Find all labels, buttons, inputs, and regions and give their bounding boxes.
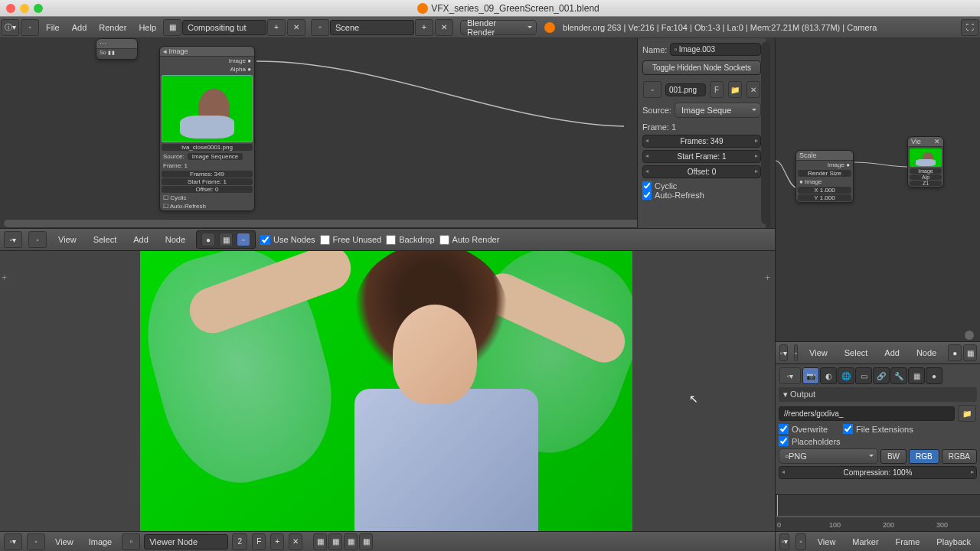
scale-x-field[interactable]: X 1.000	[798, 187, 851, 194]
offset-field[interactable]: Offset: 0	[162, 186, 253, 193]
menu-playback[interactable]: Playback	[930, 532, 977, 551]
timeline[interactable]: 0 100 200 300	[776, 494, 980, 531]
editor-type-node-2[interactable]: ▫▾	[779, 344, 788, 361]
editor-type-node[interactable]: ▫▾	[4, 231, 22, 248]
menu-node[interactable]: Node	[159, 229, 191, 250]
scale-node-header[interactable]: Scale	[796, 151, 853, 161]
tree-type-icon[interactable]: ●	[948, 344, 962, 361]
display-z-icon[interactable]: ▦	[359, 533, 373, 550]
scale-image-input[interactable]: ● Image	[796, 178, 853, 186]
menu-marker[interactable]: Marker	[846, 532, 884, 551]
source-dropdown[interactable]: Image Sequence	[188, 153, 243, 160]
source-dropdown[interactable]: Image Seque	[675, 103, 761, 118]
output-panel-header[interactable]: ▾ Output	[779, 387, 977, 402]
zoom-window[interactable]	[34, 4, 43, 13]
viewer-node[interactable]: Vie✕ Image Alp Z1	[907, 136, 944, 187]
close-window[interactable]	[6, 4, 15, 13]
world-tab-icon[interactable]: 🌐	[838, 367, 854, 384]
add-layout[interactable]: +	[267, 19, 286, 36]
add-scene[interactable]: +	[415, 19, 433, 36]
start-frame-number[interactable]: Start Frame: 1	[642, 150, 761, 163]
fullscreen-toggle[interactable]: ⛶	[961, 19, 979, 36]
frames-field[interactable]: Frames: 349	[162, 171, 253, 178]
bw-button[interactable]: BW	[880, 449, 906, 464]
menu-node[interactable]: Node	[910, 342, 942, 364]
start-frame-field[interactable]: Start Frame: 1	[162, 178, 253, 185]
scroll-dot[interactable]	[965, 331, 974, 340]
panel-expand-right[interactable]: +	[765, 272, 770, 283]
menu-view[interactable]: View	[52, 229, 83, 250]
image-file-field[interactable]: iva_close0001.png	[162, 144, 253, 151]
scale-y-field[interactable]: Y 1.000	[798, 194, 851, 201]
collapse-menus[interactable]: ◦	[794, 344, 799, 361]
compression-slider[interactable]: Compression: 100%	[779, 466, 977, 479]
viewer-image-input[interactable]: Image	[910, 168, 942, 174]
offset-number[interactable]: Offset: 0	[642, 165, 761, 178]
object-tab-icon[interactable]: ▭	[855, 367, 872, 384]
menu-add[interactable]: Add	[878, 342, 906, 364]
scene-field[interactable]: Scene	[330, 20, 414, 35]
scale-image-output[interactable]: Image ●	[796, 161, 853, 169]
material-tab-icon[interactable]: ●	[926, 367, 942, 384]
use-nodes-checkbox[interactable]: Use Nodes	[260, 235, 315, 245]
editor-type-image[interactable]: ▫▾	[4, 533, 22, 550]
menu-frame[interactable]: Frame	[890, 532, 926, 551]
minimize-window[interactable]	[20, 4, 29, 13]
modifiers-tab-icon[interactable]: 🔧	[890, 367, 907, 384]
collapse-menus[interactable]: ◦	[21, 19, 39, 36]
viewer-node-header[interactable]: Vie✕	[908, 137, 943, 147]
open-file-icon[interactable]: 📁	[728, 81, 742, 98]
browse-folder-icon[interactable]: 📁	[958, 405, 976, 422]
new-image-icon[interactable]: +	[270, 533, 284, 550]
editor-type-timeline[interactable]: ▫▾	[779, 533, 789, 550]
menu-view[interactable]: View	[803, 342, 834, 364]
overwrite-checkbox[interactable]: Overwrite	[779, 424, 828, 434]
free-unused-checkbox[interactable]: Free Unused	[320, 235, 382, 245]
panel-v-scrollbar[interactable]	[761, 42, 770, 224]
cyclic-check[interactable]: ☐ Cyclic	[160, 194, 254, 202]
users-count[interactable]: 2	[232, 533, 247, 550]
menu-add[interactable]: Add	[66, 17, 93, 37]
timeline-ruler[interactable]: 0 100 200 300	[776, 517, 980, 530]
remove-scene[interactable]: ✕	[435, 19, 453, 36]
menu-file[interactable]: File	[40, 17, 66, 37]
menu-add[interactable]: Add	[127, 229, 155, 250]
display-rgb-icon[interactable]: ▦	[328, 533, 342, 550]
menu-select[interactable]: Select	[87, 229, 123, 250]
display-alpha-icon[interactable]: ▦	[344, 533, 358, 550]
screen-layout-icon[interactable]: ▦	[163, 19, 181, 36]
compositing-tree-icon[interactable]: ▫	[237, 233, 250, 246]
collapse-menus[interactable]: ◦	[795, 533, 805, 550]
fake-user-button[interactable]: F	[252, 533, 266, 550]
file-format-dropdown[interactable]: ▫ PNG	[779, 448, 878, 464]
scale-method-dropdown[interactable]: Render Size	[798, 170, 851, 177]
panel-expand-left[interactable]: +	[2, 272, 7, 283]
viewer-alpha-input[interactable]: Alp	[910, 174, 942, 180]
fake-user-button[interactable]: F	[710, 81, 724, 98]
display-rgba-icon[interactable]: ▦	[313, 533, 327, 550]
scale-node[interactable]: Scale Image ● Render Size ● Image X 1.00…	[795, 150, 854, 203]
collapsed-node[interactable]: ⋯ So ▮ ▮	[96, 38, 138, 60]
image-file-field[interactable]: 001.png	[665, 83, 706, 96]
render-tab-icon[interactable]: 📷	[802, 367, 819, 384]
playhead[interactable]	[777, 495, 778, 516]
collapse-menus[interactable]: ◦	[28, 231, 47, 248]
scene-tab-icon[interactable]: ◐	[820, 367, 837, 384]
cyclic-checkbox[interactable]: Cyclic	[642, 181, 761, 191]
image-node-header[interactable]: ◂ Image	[160, 47, 254, 57]
toggle-sockets-button[interactable]: Toggle Hidden Node Sockets	[642, 60, 761, 75]
image-node[interactable]: ◂ Image Image ● Alpha ● iva_close0001.pn…	[159, 46, 255, 211]
file-extensions-checkbox[interactable]: File Extensions	[843, 424, 913, 434]
menu-view[interactable]: View	[812, 532, 842, 551]
image-browse-icon[interactable]: ▫	[122, 533, 140, 550]
image-name-field[interactable]: Viewer Node	[144, 534, 228, 549]
collapse-menus[interactable]: ◦	[27, 533, 45, 550]
autorefresh-checkbox[interactable]: Auto-Refresh	[642, 191, 761, 200]
shader-tree-icon[interactable]: ●	[201, 233, 215, 246]
data-tab-icon[interactable]: ▦	[908, 367, 925, 384]
remove-layout[interactable]: ✕	[287, 19, 305, 36]
context-dropdown[interactable]: ▫▾	[779, 367, 801, 384]
tree-type-icon[interactable]: ▦	[963, 344, 977, 361]
constraints-tab-icon[interactable]: 🔗	[873, 367, 890, 384]
texture-tree-icon[interactable]: ▦	[219, 233, 233, 246]
